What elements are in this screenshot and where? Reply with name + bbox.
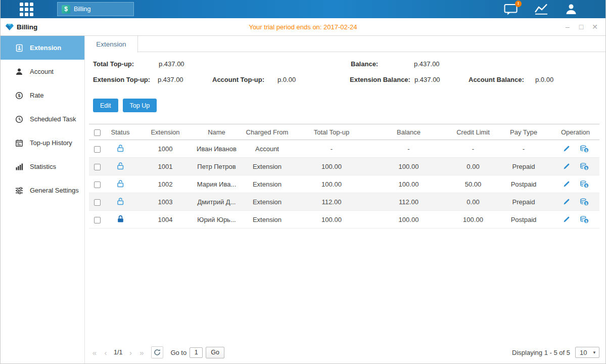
column-header-total-top-up: Total Top-up (296, 124, 367, 140)
goto-label: Go to (170, 349, 187, 356)
cell-pay-type: Prepaid (496, 193, 551, 211)
row-checkbox[interactable] (94, 181, 101, 188)
account-balance-label: Account Balance: (469, 76, 524, 83)
svg-text:$: $ (585, 219, 587, 223)
dollar-icon: $ (62, 5, 70, 14)
account-topup-value: p.0.00 (277, 76, 296, 83)
prev-page-icon[interactable]: ‹ (100, 348, 111, 357)
first-page-icon[interactable]: « (89, 348, 100, 357)
cell-extension: 1004 (135, 211, 195, 229)
sidebar-item-rate[interactable]: $ Rate (1, 83, 84, 107)
account-person-icon (15, 67, 24, 76)
user-account-icon[interactable] (565, 3, 577, 15)
sidebar-item-statistics[interactable]: Statistics (1, 155, 84, 178)
extension-topup-label: Extension Top-up: (93, 76, 150, 83)
next-page-icon[interactable]: › (125, 348, 136, 357)
cell-charged-from: Account (238, 140, 296, 158)
pagination-bar: « ‹ 1/1 › » Go to Go Displaying 1 - 5 of… (89, 346, 599, 359)
column-header-status: Status (105, 124, 135, 140)
cell-total-topup: - (296, 140, 367, 158)
svg-text:$: $ (18, 93, 20, 98)
extension-topup-value: p.437.00 (158, 76, 183, 83)
row-checkbox[interactable] (94, 217, 101, 223)
edit-icon[interactable] (563, 215, 571, 223)
sidebar-item-extension[interactable]: Extension (1, 36, 84, 60)
sidebar-item-label: Extension (30, 44, 61, 52)
app-title: Billing (6, 23, 37, 31)
cell-credit-limit: 0.00 (450, 193, 496, 211)
rate-dollar-icon: $ (15, 91, 24, 100)
column-header-charged-from: Charged From (238, 124, 296, 140)
column-header-name: Name (195, 124, 238, 140)
sidebar-item-general-settings[interactable]: General Settings (1, 178, 84, 202)
edit-button[interactable]: Edit (93, 99, 118, 112)
row-checkbox[interactable] (94, 146, 101, 153)
cell-extension: 1002 (135, 175, 195, 193)
edit-icon[interactable] (563, 198, 571, 206)
cell-balance: 100.00 (367, 158, 450, 175)
tab-extension[interactable]: Extension (85, 36, 138, 53)
billing-gem-icon (6, 23, 14, 31)
cell-extension: 1003 (135, 193, 195, 211)
account-topup-label: Account Top-up: (212, 76, 264, 83)
topup-icon[interactable]: $ (580, 215, 589, 223)
edit-icon[interactable] (563, 162, 571, 170)
svg-text:$: $ (585, 166, 587, 170)
maximize-icon[interactable]: □ (578, 23, 585, 30)
topup-icon[interactable]: $ (580, 180, 589, 188)
table-row: 1000Иван ИвановAccount----$ (89, 140, 599, 158)
page-indicator: 1/1 (114, 349, 122, 356)
bar-chart-icon (15, 162, 24, 171)
cell-extension: 1000 (135, 140, 195, 158)
unlocked-icon (117, 162, 124, 170)
cell-total-topup: 100.00 (296, 158, 367, 175)
cell-name: Юрий Юрь... (195, 211, 238, 229)
statistics-chart-icon[interactable] (534, 4, 548, 15)
column-header-operation: Operation (551, 124, 599, 140)
sidebar-item-account[interactable]: Account (1, 60, 84, 83)
locked-icon (117, 215, 124, 223)
calendar-icon (15, 139, 24, 147)
cell-balance: 100.00 (367, 211, 450, 229)
content-area: Extension Total Top-up: p.437.00 Balance… (85, 36, 605, 364)
cell-credit-limit: - (450, 140, 496, 158)
cell-name: Дмитрий Д... (195, 193, 238, 211)
column-header-extension: Extension (135, 124, 195, 140)
billing-app-tab[interactable]: $ Billing (57, 2, 134, 16)
edit-icon[interactable] (563, 145, 571, 153)
edit-icon[interactable] (563, 180, 571, 188)
tab-bar: Extension (85, 36, 605, 52)
row-checkbox[interactable] (94, 199, 101, 206)
goto-page-input[interactable] (190, 347, 203, 358)
row-checkbox[interactable] (94, 164, 101, 170)
select-all-checkbox[interactable] (94, 129, 101, 136)
minimize-icon[interactable]: – (564, 23, 571, 30)
app-title-text: Billing (17, 23, 37, 31)
sidebar-item-scheduled-task[interactable]: Scheduled Task (1, 107, 84, 131)
refresh-button[interactable] (151, 346, 163, 358)
topup-icon[interactable]: $ (580, 145, 589, 153)
sidebar-item-topup-history[interactable]: Top-up History (1, 131, 84, 155)
window-controls: – □ ✕ (564, 23, 598, 30)
cell-balance: 112.00 (367, 193, 450, 211)
chevron-down-icon: ▼ (592, 350, 599, 355)
billing-app-tab-label: Billing (74, 6, 90, 13)
cell-balance: - (367, 140, 450, 158)
svg-text:$: $ (585, 202, 587, 206)
page-size-select[interactable]: 10 ▼ (575, 347, 599, 358)
column-header-balance: Balance (367, 124, 450, 140)
app-grid-icon[interactable] (20, 3, 33, 16)
topup-icon[interactable]: $ (580, 198, 589, 206)
last-page-icon[interactable]: » (136, 348, 147, 357)
close-icon[interactable]: ✕ (591, 23, 598, 30)
sidebar-item-label: General Settings (30, 187, 79, 194)
top-up-button[interactable]: Top Up (123, 99, 157, 112)
total-topup-value: p.437.00 (159, 60, 184, 68)
table-body: 1000Иван ИвановAccount----$1001Петр Петр… (89, 140, 599, 229)
sidebar-item-label: Scheduled Task (30, 115, 76, 123)
go-button[interactable]: Go (206, 347, 224, 358)
topup-icon[interactable]: $ (580, 162, 589, 170)
column-header-credit-limit: Credit Limit (450, 124, 496, 140)
messages-icon[interactable]: ! (504, 4, 518, 15)
refresh-icon (154, 349, 161, 356)
